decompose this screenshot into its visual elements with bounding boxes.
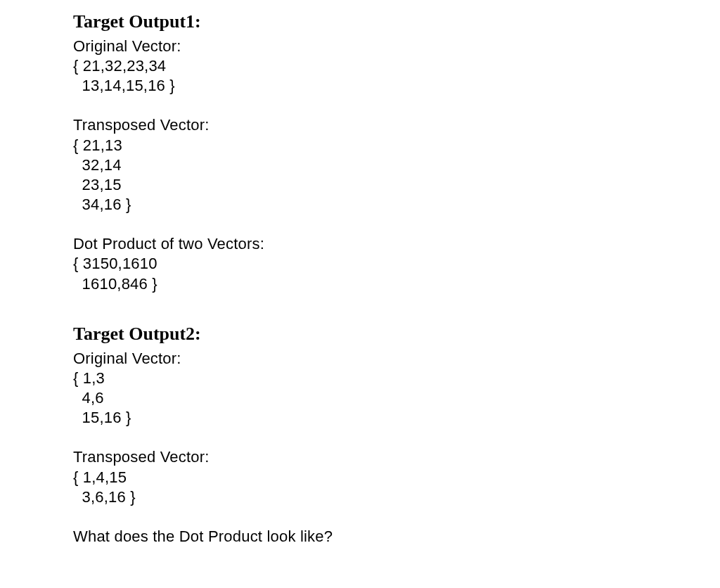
section2-transposed-label: Transposed Vector: [73,447,720,467]
section1-dotproduct-matrix: { 3150,1610 1610,846 } [73,254,720,293]
section2-question: What does the Dot Product look like? [73,527,720,547]
section2-transposed-matrix: { 1,4,15 3,6,16 } [73,468,720,507]
section1-transposed-matrix: { 21,13 32,14 23,15 34,16 } [73,136,720,215]
section1-dotproduct-label: Dot Product of two Vectors: [73,234,720,254]
section1-original-matrix: { 21,32,23,34 13,14,15,16 } [73,56,720,96]
section1-transposed-label: Transposed Vector: [73,115,720,135]
heading-target-output2: Target Output2: [73,324,720,345]
section2-original-label: Original Vector: [73,349,720,369]
section2-original-matrix: { 1,3 4,6 15,16 } [73,369,720,428]
section1-original-label: Original Vector: [73,37,720,56]
heading-target-output1: Target Output1: [73,11,720,32]
